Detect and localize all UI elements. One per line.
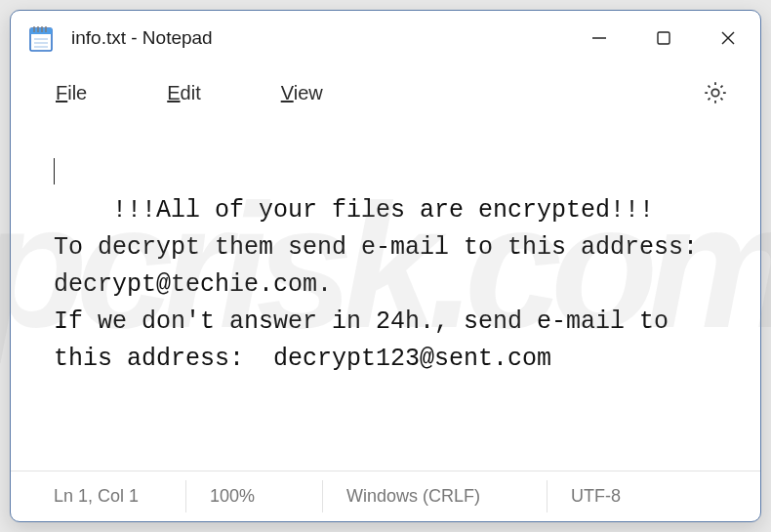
close-button[interactable] — [696, 11, 760, 65]
svg-rect-1 — [30, 28, 52, 34]
statusbar: Ln 1, Col 1 100% Windows (CRLF) UTF-8 — [11, 471, 760, 521]
notepad-icon — [28, 23, 54, 53]
svg-point-13 — [711, 89, 718, 96]
status-encoding: UTF-8 — [548, 480, 760, 513]
status-eol: Windows (CRLF) — [323, 480, 548, 513]
document-text: !!!All of your files are encrypted!!! To… — [54, 196, 712, 373]
menubar: File Edit View — [11, 65, 760, 120]
svg-rect-10 — [658, 32, 670, 44]
menu-view[interactable]: View — [271, 76, 333, 110]
titlebar[interactable]: info.txt - Notepad — [11, 11, 760, 65]
settings-button[interactable] — [698, 75, 733, 110]
status-zoom: 100% — [186, 480, 323, 513]
maximize-button[interactable] — [631, 11, 696, 65]
window-title: info.txt - Notepad — [71, 27, 567, 49]
window-controls — [567, 11, 760, 65]
notepad-window: info.txt - Notepad File Edit View !!!All… — [10, 10, 761, 522]
status-position: Ln 1, Col 1 — [11, 480, 186, 513]
menu-edit[interactable]: Edit — [157, 76, 210, 110]
menu-file[interactable]: File — [46, 76, 97, 110]
text-caret — [54, 158, 55, 184]
text-area[interactable]: !!!All of your files are encrypted!!! To… — [11, 120, 760, 471]
minimize-button[interactable] — [567, 11, 631, 65]
